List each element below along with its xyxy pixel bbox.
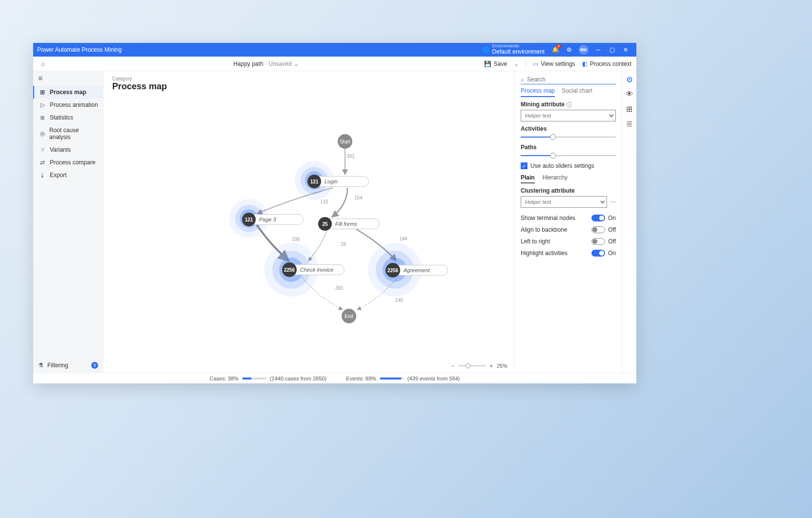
- more-icon[interactable]: ⋯: [610, 199, 616, 205]
- document-status: · Unsaved: [265, 60, 292, 67]
- maximize-button[interactable]: ▢: [605, 43, 619, 57]
- page-title: Process map: [112, 81, 506, 92]
- node-count: 2256: [386, 263, 400, 278]
- switch-terminal-nodes[interactable]: [591, 215, 605, 221]
- save-button[interactable]: 💾Save: [484, 60, 507, 67]
- search-input[interactable]: [527, 76, 616, 83]
- clustering-attribute-select[interactable]: Helper text: [521, 196, 607, 208]
- zoom-slider[interactable]: [459, 365, 486, 366]
- edge-label: 391: [335, 285, 344, 291]
- auto-sliders-checkbox[interactable]: ✓ Use auto sliders settings: [521, 162, 616, 169]
- node-fill-forms[interactable]: 25 Fill forms: [318, 217, 380, 231]
- node-agreement[interactable]: 2256 Agreement: [386, 263, 448, 278]
- sidebar-item-process-map[interactable]: ⊞Process map: [33, 86, 103, 99]
- switch-highlight-activities[interactable]: [591, 250, 605, 257]
- rail-nodes-icon[interactable]: ⊞: [625, 104, 634, 113]
- subtab-plain[interactable]: Plain: [521, 174, 535, 183]
- search-field[interactable]: ⌕: [521, 75, 616, 84]
- sidebar-item-export[interactable]: ⭳Export: [33, 169, 103, 181]
- clustering-attribute-label: Clustering attribute: [521, 187, 616, 194]
- edge-label: 154: [354, 195, 363, 200]
- node-label: Page 3: [250, 214, 304, 225]
- toggle-highlight-activities: Highlight activities On: [521, 250, 616, 257]
- filter-icon: ⚗: [38, 362, 43, 369]
- sidebar: ≡ ⊞Process map ▷Process animation ≣Stati…: [33, 71, 103, 373]
- switch-left-to-right[interactable]: [591, 238, 605, 245]
- maximize-icon: ▢: [609, 46, 615, 53]
- sidebar-item-variants[interactable]: ⑂Variants: [33, 143, 103, 156]
- toggle-left-to-right: Left to right Off: [521, 238, 616, 245]
- subtab-hierarchy[interactable]: Hierarchy: [543, 174, 568, 183]
- edge-label: 18: [341, 241, 346, 247]
- user-avatar[interactable]: MK: [579, 45, 589, 55]
- hamburger-icon: ≡: [38, 74, 42, 83]
- home-button[interactable]: ⌂: [38, 59, 48, 69]
- node-count: 121: [242, 213, 256, 226]
- edges-svg: [103, 93, 514, 373]
- sidebar-item-statistics[interactable]: ≣Statistics: [33, 111, 103, 124]
- title-bar: Power Automate Process Mining 🌐 Environm…: [33, 43, 636, 57]
- switch-align-backbone[interactable]: [591, 226, 605, 233]
- tab-social-chart[interactable]: Social chart: [562, 87, 592, 97]
- chevron-down-icon: ⌄: [294, 60, 299, 67]
- sidebar-item-process-compare[interactable]: ⇄Process compare: [33, 156, 103, 169]
- settings-panel: ⌕ Process map Social chart Mining attrib…: [514, 71, 622, 373]
- tab-process-map[interactable]: Process map: [521, 87, 555, 97]
- process-context-button[interactable]: ◧Process context: [582, 60, 631, 67]
- close-icon: ✕: [623, 46, 628, 53]
- node-count: 121: [307, 175, 321, 188]
- environment-label: Environments: [492, 44, 545, 49]
- minimize-icon: ─: [596, 46, 601, 53]
- check-icon: ✓: [521, 162, 528, 169]
- view-settings-button[interactable]: ▭View settings: [533, 60, 575, 67]
- document-name: Happy path: [233, 60, 263, 67]
- globe-icon: 🌐: [482, 46, 489, 53]
- map-icon: ⊞: [39, 89, 46, 96]
- mining-attribute-select[interactable]: Helper text: [521, 110, 616, 121]
- notifications-button[interactable]: 🔔 9: [548, 43, 562, 57]
- compare-icon: ⇄: [39, 159, 46, 166]
- zoom-out-button[interactable]: −: [451, 363, 454, 369]
- notification-badge: 9: [556, 44, 561, 49]
- environment-picker[interactable]: 🌐 Environments Default environment: [482, 44, 545, 55]
- mining-attribute-label: Mining attributei: [521, 101, 616, 108]
- save-menu-button[interactable]: ⌄: [514, 60, 519, 67]
- minimize-button[interactable]: ─: [591, 43, 605, 57]
- save-icon: 💾: [484, 60, 491, 67]
- sidebar-item-process-animation[interactable]: ▷Process animation: [33, 99, 103, 111]
- toggle-align-backbone: Align to backbone Off: [521, 226, 616, 233]
- node-label: Check invoice: [291, 264, 345, 275]
- app-title: Power Automate Process Mining: [37, 46, 122, 53]
- start-node[interactable]: Start: [338, 134, 352, 149]
- rail-settings-icon[interactable]: ⚙: [625, 75, 634, 84]
- activities-slider[interactable]: [521, 134, 616, 140]
- info-icon[interactable]: i: [567, 102, 572, 107]
- toolbar: ⌂ Happy path · Unsaved ⌄ 💾Save ⌄ ▭View s…: [33, 57, 636, 71]
- node-login[interactable]: 121 Login: [307, 175, 369, 188]
- node-page3[interactable]: 121 Page 3: [242, 213, 304, 226]
- cases-bar: [243, 378, 266, 379]
- edge-label: 145: [395, 298, 404, 303]
- rail-list-icon[interactable]: ≣: [625, 119, 634, 128]
- paths-slider[interactable]: [521, 153, 616, 159]
- home-icon: ⌂: [41, 60, 44, 67]
- page-category: Category: [112, 76, 506, 81]
- node-check-invoice[interactable]: 2256 Check invoice: [282, 262, 345, 277]
- filtering-button[interactable]: ⚗ Filtering 9: [33, 358, 103, 373]
- view-icon: ▭: [533, 60, 538, 67]
- close-button[interactable]: ✕: [619, 43, 632, 57]
- document-title-dropdown[interactable]: Happy path · Unsaved ⌄: [48, 60, 484, 67]
- process-canvas[interactable]: Start 121 Login 121 Page 3 25 Fill forms: [103, 93, 514, 373]
- chevron-down-icon: ⌄: [514, 60, 519, 67]
- end-node[interactable]: End: [342, 309, 356, 323]
- zoom-in-button[interactable]: +: [490, 363, 493, 369]
- zoom-control: − + 25%: [451, 363, 508, 369]
- sidebar-item-root-cause[interactable]: ◎Root cause analysis: [33, 124, 103, 143]
- node-count: 25: [318, 217, 332, 231]
- edge-label: 186: [292, 237, 300, 242]
- node-label: Fill forms: [326, 219, 380, 229]
- rail-eye-icon[interactable]: 👁: [625, 90, 634, 99]
- settings-button[interactable]: ⚙: [562, 43, 576, 57]
- sidebar-toggle[interactable]: ≡: [33, 71, 103, 86]
- app-window: Power Automate Process Mining 🌐 Environm…: [33, 43, 636, 383]
